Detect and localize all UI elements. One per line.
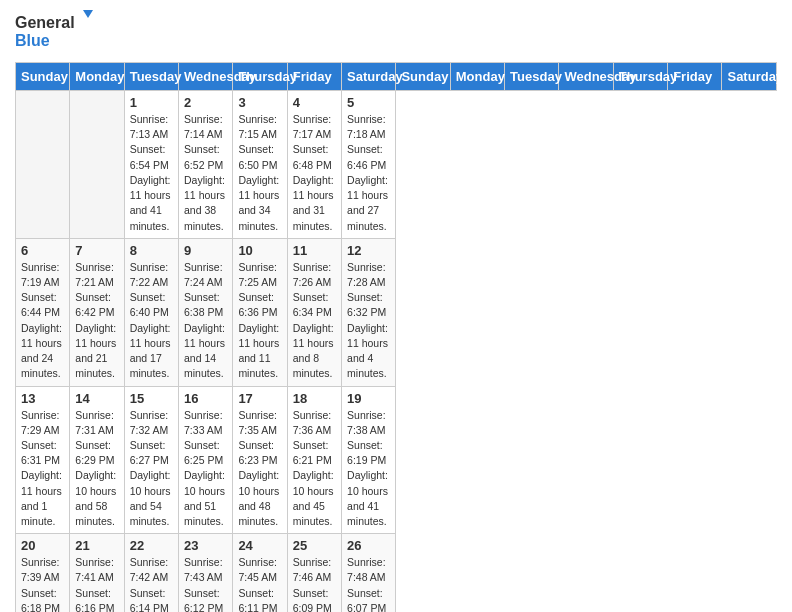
calendar-cell [70,91,124,239]
calendar-cell: 11Sunrise: 7:26 AMSunset: 6:34 PMDayligh… [287,238,341,386]
page-header: GeneralBlue [15,10,777,52]
calendar-cell: 7Sunrise: 7:21 AMSunset: 6:42 PMDaylight… [70,238,124,386]
calendar-cell: 23Sunrise: 7:43 AMSunset: 6:12 PMDayligh… [179,534,233,612]
logo-svg: GeneralBlue [15,10,95,52]
calendar-cell: 24Sunrise: 7:45 AMSunset: 6:11 PMDayligh… [233,534,287,612]
day-header-saturday: Saturday [342,63,396,91]
calendar-cell: 16Sunrise: 7:33 AMSunset: 6:25 PMDayligh… [179,386,233,534]
calendar-cell: 1Sunrise: 7:13 AMSunset: 6:54 PMDaylight… [124,91,178,239]
week-row-2: 6Sunrise: 7:19 AMSunset: 6:44 PMDaylight… [16,238,777,386]
calendar-cell: 4Sunrise: 7:17 AMSunset: 6:48 PMDaylight… [287,91,341,239]
day-info: Sunrise: 7:13 AMSunset: 6:54 PMDaylight:… [130,112,173,234]
day-info: Sunrise: 7:15 AMSunset: 6:50 PMDaylight:… [238,112,281,234]
calendar-cell: 26Sunrise: 7:48 AMSunset: 6:07 PMDayligh… [342,534,396,612]
day-number: 19 [347,391,390,406]
day-info: Sunrise: 7:24 AMSunset: 6:38 PMDaylight:… [184,260,227,382]
day-info: Sunrise: 7:48 AMSunset: 6:07 PMDaylight:… [347,555,390,612]
calendar-cell: 15Sunrise: 7:32 AMSunset: 6:27 PMDayligh… [124,386,178,534]
day-info: Sunrise: 7:41 AMSunset: 6:16 PMDaylight:… [75,555,118,612]
calendar-cell: 9Sunrise: 7:24 AMSunset: 6:38 PMDaylight… [179,238,233,386]
day-header-friday: Friday [287,63,341,91]
day-info: Sunrise: 7:21 AMSunset: 6:42 PMDaylight:… [75,260,118,382]
day-number: 24 [238,538,281,553]
day-header-monday: Monday [450,63,504,91]
day-header-thursday: Thursday [233,63,287,91]
day-number: 3 [238,95,281,110]
day-header-wednesday: Wednesday [559,63,613,91]
day-info: Sunrise: 7:18 AMSunset: 6:46 PMDaylight:… [347,112,390,234]
day-info: Sunrise: 7:36 AMSunset: 6:21 PMDaylight:… [293,408,336,530]
calendar-cell: 6Sunrise: 7:19 AMSunset: 6:44 PMDaylight… [16,238,70,386]
calendar-cell: 22Sunrise: 7:42 AMSunset: 6:14 PMDayligh… [124,534,178,612]
day-header-sunday: Sunday [396,63,450,91]
header-row: SundayMondayTuesdayWednesdayThursdayFrid… [16,63,777,91]
day-number: 16 [184,391,227,406]
day-number: 14 [75,391,118,406]
calendar-cell: 18Sunrise: 7:36 AMSunset: 6:21 PMDayligh… [287,386,341,534]
day-header-sunday: Sunday [16,63,70,91]
day-number: 20 [21,538,64,553]
svg-text:General: General [15,14,75,31]
calendar-cell: 13Sunrise: 7:29 AMSunset: 6:31 PMDayligh… [16,386,70,534]
day-info: Sunrise: 7:25 AMSunset: 6:36 PMDaylight:… [238,260,281,382]
calendar-cell: 2Sunrise: 7:14 AMSunset: 6:52 PMDaylight… [179,91,233,239]
day-info: Sunrise: 7:42 AMSunset: 6:14 PMDaylight:… [130,555,173,612]
day-info: Sunrise: 7:26 AMSunset: 6:34 PMDaylight:… [293,260,336,382]
day-number: 1 [130,95,173,110]
day-header-tuesday: Tuesday [124,63,178,91]
calendar-cell: 25Sunrise: 7:46 AMSunset: 6:09 PMDayligh… [287,534,341,612]
day-number: 11 [293,243,336,258]
week-row-4: 20Sunrise: 7:39 AMSunset: 6:18 PMDayligh… [16,534,777,612]
calendar-cell: 5Sunrise: 7:18 AMSunset: 6:46 PMDaylight… [342,91,396,239]
day-header-monday: Monday [70,63,124,91]
calendar-cell: 12Sunrise: 7:28 AMSunset: 6:32 PMDayligh… [342,238,396,386]
day-info: Sunrise: 7:22 AMSunset: 6:40 PMDaylight:… [130,260,173,382]
day-number: 15 [130,391,173,406]
day-number: 13 [21,391,64,406]
day-info: Sunrise: 7:39 AMSunset: 6:18 PMDaylight:… [21,555,64,612]
day-number: 2 [184,95,227,110]
day-header-wednesday: Wednesday [179,63,233,91]
calendar-cell: 3Sunrise: 7:15 AMSunset: 6:50 PMDaylight… [233,91,287,239]
day-info: Sunrise: 7:46 AMSunset: 6:09 PMDaylight:… [293,555,336,612]
calendar-cell: 17Sunrise: 7:35 AMSunset: 6:23 PMDayligh… [233,386,287,534]
logo: GeneralBlue [15,10,95,52]
day-info: Sunrise: 7:19 AMSunset: 6:44 PMDaylight:… [21,260,64,382]
day-info: Sunrise: 7:45 AMSunset: 6:11 PMDaylight:… [238,555,281,612]
day-number: 9 [184,243,227,258]
day-number: 6 [21,243,64,258]
calendar-cell: 8Sunrise: 7:22 AMSunset: 6:40 PMDaylight… [124,238,178,386]
day-number: 8 [130,243,173,258]
day-header-tuesday: Tuesday [505,63,559,91]
day-number: 23 [184,538,227,553]
day-header-saturday: Saturday [722,63,777,91]
day-number: 4 [293,95,336,110]
calendar-cell [16,91,70,239]
day-info: Sunrise: 7:29 AMSunset: 6:31 PMDaylight:… [21,408,64,530]
day-number: 10 [238,243,281,258]
day-number: 17 [238,391,281,406]
calendar-cell: 21Sunrise: 7:41 AMSunset: 6:16 PMDayligh… [70,534,124,612]
day-number: 22 [130,538,173,553]
calendar-cell: 19Sunrise: 7:38 AMSunset: 6:19 PMDayligh… [342,386,396,534]
svg-marker-2 [83,10,93,18]
day-number: 5 [347,95,390,110]
day-header-friday: Friday [668,63,722,91]
day-info: Sunrise: 7:28 AMSunset: 6:32 PMDaylight:… [347,260,390,382]
day-info: Sunrise: 7:14 AMSunset: 6:52 PMDaylight:… [184,112,227,234]
day-info: Sunrise: 7:38 AMSunset: 6:19 PMDaylight:… [347,408,390,530]
calendar-cell: 20Sunrise: 7:39 AMSunset: 6:18 PMDayligh… [16,534,70,612]
day-number: 26 [347,538,390,553]
calendar-table: SundayMondayTuesdayWednesdayThursdayFrid… [15,62,777,612]
day-number: 7 [75,243,118,258]
calendar-cell: 14Sunrise: 7:31 AMSunset: 6:29 PMDayligh… [70,386,124,534]
week-row-1: 1Sunrise: 7:13 AMSunset: 6:54 PMDaylight… [16,91,777,239]
day-number: 21 [75,538,118,553]
day-info: Sunrise: 7:43 AMSunset: 6:12 PMDaylight:… [184,555,227,612]
day-info: Sunrise: 7:32 AMSunset: 6:27 PMDaylight:… [130,408,173,530]
calendar-cell: 10Sunrise: 7:25 AMSunset: 6:36 PMDayligh… [233,238,287,386]
week-row-3: 13Sunrise: 7:29 AMSunset: 6:31 PMDayligh… [16,386,777,534]
day-info: Sunrise: 7:31 AMSunset: 6:29 PMDaylight:… [75,408,118,530]
day-info: Sunrise: 7:33 AMSunset: 6:25 PMDaylight:… [184,408,227,530]
day-info: Sunrise: 7:35 AMSunset: 6:23 PMDaylight:… [238,408,281,530]
